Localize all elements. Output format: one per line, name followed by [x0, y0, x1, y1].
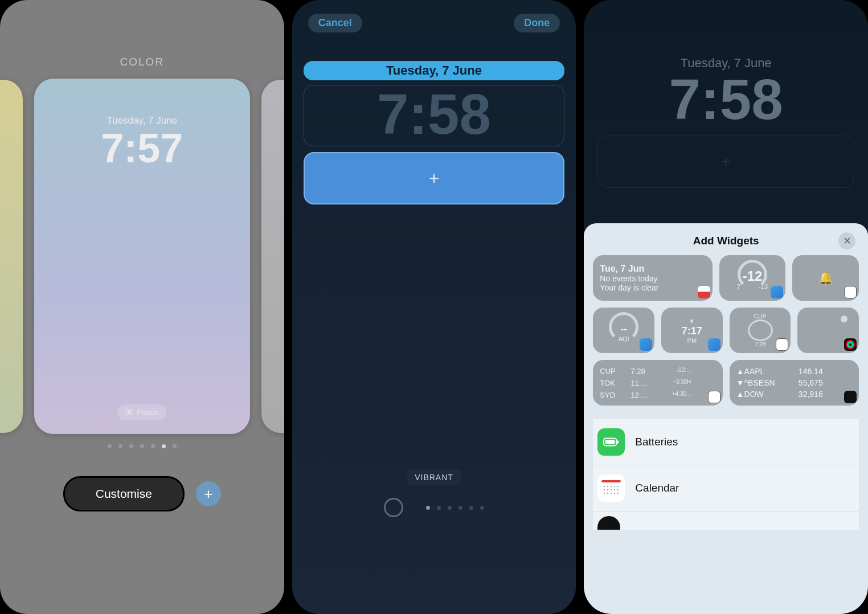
- time-widget-slot[interactable]: 7:58: [304, 85, 565, 146]
- widget-sunrise-sq[interactable]: ☀︎ 7:17 PM: [661, 308, 723, 353]
- clock-app-icon: [708, 391, 720, 403]
- page-dot[interactable]: [129, 444, 133, 448]
- batteries-icon: [597, 428, 625, 456]
- clock-app-icon: [844, 286, 857, 298]
- svg-rect-2: [605, 440, 615, 444]
- sunrise-time: 7:17: [682, 325, 702, 337]
- app-row-calendar[interactable]: Calendar: [593, 465, 859, 511]
- clock-app-icon: [776, 338, 788, 351]
- calendar-app-icon: [698, 286, 710, 298]
- app-list: Batteries Calendar: [593, 419, 859, 530]
- wc-diff: -12:...: [661, 367, 691, 375]
- widget-calendar-wide[interactable]: Tue, 7 Jun No events today Your day is c…: [593, 255, 712, 301]
- app-label: Calendar: [635, 482, 679, 494]
- widget-aqi-sq[interactable]: -- AQI: [593, 308, 654, 353]
- app-row-batteries[interactable]: Batteries: [593, 419, 859, 465]
- add-wallpaper-button[interactable]: +: [196, 481, 221, 506]
- lock-time: 7:57: [101, 128, 183, 169]
- gauge-icon: [609, 312, 638, 342]
- wc-time: 7:28: [630, 367, 656, 375]
- stock-sym: ▲AAPL: [736, 367, 783, 376]
- close-icon: ✕: [843, 235, 851, 247]
- wc-city: CUP: [600, 367, 625, 375]
- calendar-line2: No events today: [600, 274, 705, 283]
- wallpaper-card-current[interactable]: Tuesday, 7 June 7:57 ⌘ Focus: [34, 79, 250, 434]
- lock-date: Tuesday, 7 June: [107, 115, 177, 126]
- widget-worldclock-wide[interactable]: CUP 7:28 -12:... TOK 11:... +3:30H SYD 1…: [593, 360, 722, 406]
- done-button[interactable]: Done: [514, 14, 560, 32]
- wc-diff: +3:30H: [661, 379, 691, 387]
- stock-val: 55,675: [791, 378, 823, 387]
- customise-button[interactable]: Customise: [63, 476, 185, 511]
- close-button[interactable]: ✕: [838, 232, 855, 249]
- page-dot[interactable]: [469, 506, 473, 510]
- widget-suggestions: Tue, 7 Jun No events today Your day is c…: [593, 255, 859, 406]
- widget-alarm-sq[interactable]: 🔔: [792, 255, 859, 301]
- weather-app-icon: [771, 286, 783, 298]
- fitness-app-icon: [844, 338, 857, 351]
- page-dot[interactable]: [458, 506, 462, 510]
- worldclock-city: CUP: [754, 313, 766, 320]
- panel-lock-gallery: COLOR Tuesday, 7 June 7:57 ⌘ Focus Custo…: [0, 0, 284, 614]
- page-dot[interactable]: [162, 444, 166, 448]
- page-dot[interactable]: [437, 506, 441, 510]
- page-dot[interactable]: [426, 506, 430, 510]
- style-page-dots: [426, 506, 484, 510]
- sheet-title: Add Widgets: [693, 235, 759, 247]
- page-dots: [0, 444, 284, 448]
- wc-time: 12:...: [630, 391, 656, 399]
- widget-stocks-wide[interactable]: ▲AAPL 146.14 ▼^BSESN 55,675 ▲DOW 32,916: [730, 360, 859, 406]
- link-icon: ⌘: [125, 408, 133, 417]
- wc-diff: +4:30...: [661, 391, 691, 399]
- page-dot[interactable]: [108, 444, 112, 448]
- gallery-category-title: COLOR: [120, 56, 165, 68]
- page-dot[interactable]: [140, 444, 144, 448]
- page-dot[interactable]: [118, 444, 122, 448]
- calendar-line3: Your day is clear: [600, 283, 705, 292]
- stocks-app-icon: [844, 391, 857, 403]
- sunrise-icon: ☀︎: [689, 317, 695, 325]
- analog-clock-icon: [748, 320, 773, 341]
- widget-activity-sq[interactable]: [797, 308, 859, 353]
- lock-preview: Tuesday, 7 June 7:58: [584, 56, 868, 128]
- wc-city: TOK: [600, 379, 625, 387]
- weather-high: -13: [759, 283, 768, 290]
- page-dot[interactable]: [448, 506, 452, 510]
- focus-label: Focus: [137, 408, 158, 417]
- weather-app-icon: [708, 338, 720, 351]
- page-dot[interactable]: [480, 506, 484, 510]
- wc-city: SYD: [600, 391, 625, 399]
- page-dot[interactable]: [151, 444, 155, 448]
- panel-lock-edit: Cancel Done Tuesday, 7 June 7:58 + VIBRA…: [292, 0, 576, 614]
- weather-low: 7: [737, 283, 740, 290]
- lock-time: 7:58: [304, 85, 564, 146]
- focus-pill[interactable]: ⌘ Focus: [117, 404, 166, 420]
- add-widget-slot[interactable]: +: [304, 152, 565, 204]
- svg-rect-1: [617, 440, 619, 444]
- style-swatch[interactable]: [384, 498, 403, 517]
- stock-val: 32,916: [791, 390, 823, 399]
- calendar-line1: Tue, 7 Jun: [600, 264, 705, 274]
- sunrise-label: PM: [687, 337, 697, 344]
- lock-time: 7:58: [597, 71, 854, 128]
- add-widgets-sheet: Add Widgets ✕ Tue, 7 Jun No events today…: [584, 223, 868, 614]
- stock-val: 146.14: [791, 367, 823, 376]
- cancel-button[interactable]: Cancel: [308, 14, 362, 32]
- bell-icon: 🔔: [818, 271, 833, 285]
- page-dot[interactable]: [173, 444, 177, 448]
- stock-sym: ▼^BSESN: [736, 378, 783, 387]
- app-label: Batteries: [635, 436, 678, 448]
- worldclock-time: 7:28: [755, 341, 765, 347]
- calendar-icon: [597, 474, 625, 502]
- widget-weather-sq[interactable]: -12 7 -13: [719, 255, 786, 301]
- weather-app-icon: [640, 338, 652, 351]
- wc-time: 11:...: [630, 379, 656, 387]
- wallpaper-card-next[interactable]: [261, 80, 284, 433]
- app-row-partial[interactable]: [593, 511, 859, 530]
- widget-worldclock-analog-sq[interactable]: CUP 7:28: [730, 308, 791, 353]
- wallpaper-cards: Tuesday, 7 June 7:57 ⌘ Focus Customise +: [0, 68, 284, 614]
- date-widget-slot[interactable]: Tuesday, 7 June: [304, 61, 565, 80]
- plus-icon: +: [429, 168, 440, 189]
- style-label: VIBRANT: [407, 469, 461, 485]
- wallpaper-card-prev[interactable]: [0, 80, 23, 433]
